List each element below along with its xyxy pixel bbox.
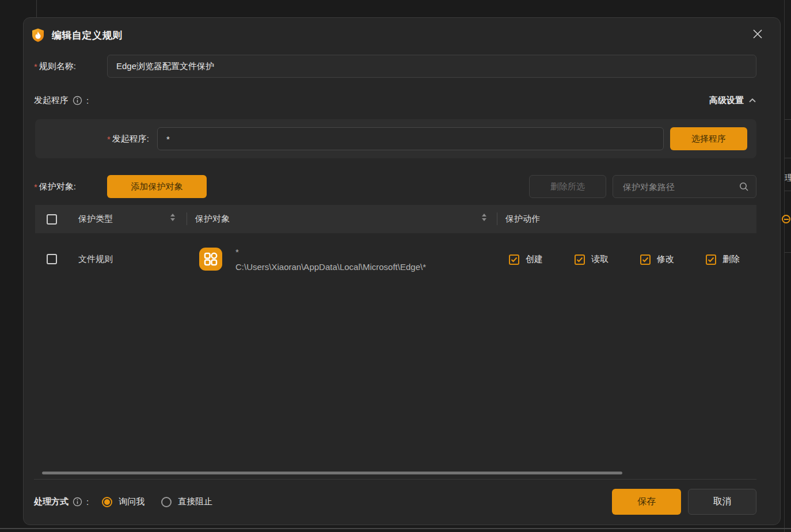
- sort-icon[interactable]: [170, 214, 175, 221]
- background-divider: [36, 0, 37, 17]
- initiator-panel: * 发起程序: 选择程序: [35, 119, 756, 158]
- protect-search-input[interactable]: [622, 181, 739, 192]
- column-header-action: 保护动作: [505, 214, 540, 225]
- rule-name-input[interactable]: [107, 55, 756, 78]
- action-read[interactable]: 读取: [575, 254, 609, 265]
- handling-label: 处理方式: [34, 496, 69, 507]
- row-checkbox[interactable]: [47, 254, 57, 264]
- sort-icon[interactable]: [482, 214, 486, 221]
- select-all-checkbox[interactable]: [47, 214, 57, 225]
- initiator-section-label: 发起程序 :: [34, 90, 89, 110]
- initiator-field-label: * 发起程序:: [107, 119, 149, 158]
- protect-search-box[interactable]: [613, 175, 756, 198]
- radio-unselected-icon[interactable]: [161, 497, 172, 507]
- save-button[interactable]: 保存: [612, 489, 681, 515]
- radio-block-directly[interactable]: 直接阻止: [161, 496, 212, 507]
- protect-label: * 保护对象:: [34, 175, 76, 198]
- footer-divider: [34, 479, 756, 480]
- chevron-up-icon: [748, 97, 756, 103]
- radio-ask-me[interactable]: 询问我: [102, 496, 144, 507]
- action-modify[interactable]: 修改: [640, 254, 674, 265]
- background-divider: [785, 119, 791, 120]
- dialog-title: 编辑自定义规则: [52, 29, 123, 42]
- table-header: 保护类型 保护对象 保护动作: [35, 205, 756, 233]
- screen: 理 编辑自定义规则 * 规则名称:: [0, 0, 791, 532]
- table-row: 文件规则 * C:\Users\Xiaoran\AppData\Local\Mi…: [35, 233, 756, 286]
- action-delete[interactable]: 删除: [706, 254, 740, 265]
- edit-rule-dialog: 编辑自定义规则 * 规则名称: 发起程序 :: [23, 17, 781, 525]
- dialog-footer: 处理方式 : 询问我 直接阻止 保存 取消: [24, 489, 781, 515]
- initiator-section-row: 发起程序 : 高级设置: [24, 90, 781, 110]
- horizontal-scrollbar-thumb[interactable]: [42, 472, 622, 474]
- cancel-button[interactable]: 取消: [688, 489, 756, 515]
- checked-checkbox-icon[interactable]: [640, 254, 651, 265]
- protect-objects-table: 保护类型 保护对象 保护动作 文件规则: [35, 205, 756, 286]
- checked-checkbox-icon[interactable]: [706, 254, 716, 265]
- dialog-titlebar: 编辑自定义规则: [31, 22, 123, 48]
- delete-selected-button[interactable]: 删除所选: [529, 175, 606, 198]
- protect-toolbar: * 保护对象: 添加保护对象 删除所选: [24, 175, 781, 198]
- checked-checkbox-icon[interactable]: [509, 254, 519, 265]
- initiator-program-input[interactable]: [157, 127, 664, 150]
- background-status-icon: [782, 215, 790, 223]
- action-create[interactable]: 创建: [509, 254, 543, 265]
- advanced-settings-toggle[interactable]: 高级设置: [709, 90, 756, 110]
- background-divider: [785, 191, 791, 191]
- close-icon[interactable]: [750, 26, 765, 41]
- rule-name-label: * 规则名称:: [34, 55, 76, 78]
- add-protect-object-button[interactable]: 添加保护对象: [107, 175, 207, 198]
- search-icon: [739, 182, 749, 192]
- select-program-button[interactable]: 选择程序: [670, 127, 747, 150]
- column-header-object[interactable]: 保护对象: [195, 214, 230, 225]
- background-window-edge: [0, 528, 791, 529]
- checked-checkbox-icon[interactable]: [575, 254, 585, 265]
- radio-selected-icon[interactable]: [102, 497, 112, 507]
- background-divider: [785, 252, 791, 253]
- column-header-type[interactable]: 保护类型: [78, 214, 113, 225]
- shield-flame-icon: [31, 28, 45, 43]
- background-divider: [785, 158, 791, 158]
- row-object-path: * C:\Users\Xiaoran\AppData\Local\Microso…: [235, 245, 426, 275]
- info-icon: [73, 497, 82, 507]
- background-partial-text: 理: [785, 173, 791, 184]
- rule-name-row: * 规则名称:: [24, 55, 781, 78]
- row-type: 文件规则: [78, 233, 113, 286]
- file-rule-app-icon: [199, 248, 222, 271]
- background-divider: [784, 0, 785, 532]
- info-icon: [73, 96, 82, 105]
